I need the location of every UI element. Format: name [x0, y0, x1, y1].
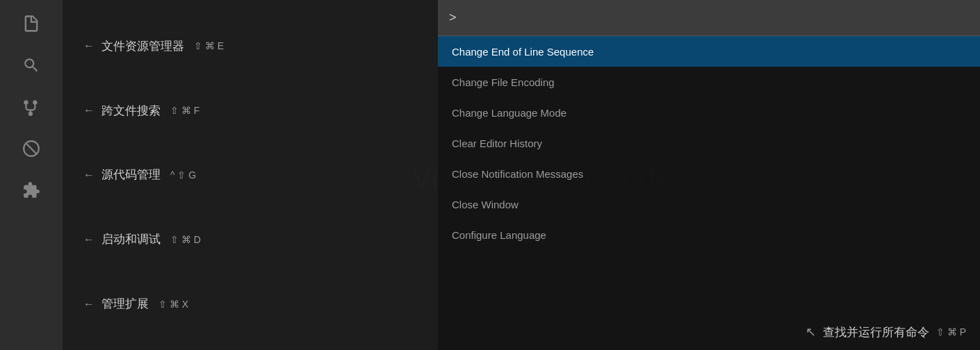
- debug-nav-shortcut: ⇧ ⌘ D: [170, 234, 201, 245]
- nav-panel: ← 文件资源管理器 ⇧ ⌘ E ← 跨文件搜索 ⇧ ⌘ F ← 源代码管理 ^ …: [63, 0, 438, 350]
- command-item-4[interactable]: Close Notification Messages: [438, 158, 980, 189]
- search-nav-shortcut: ⇧ ⌘ F: [170, 105, 199, 116]
- source-control-icon[interactable]: [13, 89, 49, 125]
- bottom-arrow-icon: ↖: [806, 324, 816, 340]
- explorer-nav-item[interactable]: ← 文件资源管理器 ⇧ ⌘ E: [83, 33, 417, 60]
- extensions-icon[interactable]: [13, 172, 49, 208]
- git-nav-label: 源代码管理: [101, 167, 161, 183]
- svg-line-1: [26, 143, 36, 153]
- search-nav-item[interactable]: ← 跨文件搜索 ⇧ ⌘ F: [83, 97, 417, 124]
- search-nav-label: 跨文件搜索: [101, 103, 161, 119]
- command-label-3: Clear Editor History: [452, 138, 542, 149]
- ext-nav-arrow: ←: [83, 298, 95, 310]
- command-item-6[interactable]: Configure Language: [438, 219, 980, 250]
- search-nav-arrow: ←: [83, 104, 95, 117]
- explorer-nav-label: 文件资源管理器: [101, 38, 184, 54]
- explorer-nav-shortcut: ⇧ ⌘ E: [194, 40, 224, 51]
- command-label-0: Change End of Line Sequence: [452, 46, 594, 58]
- bottom-shortcut: ⇧ ⌘ P: [936, 326, 966, 338]
- debug-nav-label: 启动和调试: [101, 231, 161, 247]
- activity-bar: [0, 0, 63, 350]
- debug-nav-item[interactable]: ← 启动和调试 ⇧ ⌘ D: [83, 226, 417, 253]
- command-search-input[interactable]: [449, 10, 969, 25]
- ext-nav-label: 管理扩展: [101, 296, 149, 312]
- command-item-0[interactable]: Change End of Line Sequence: [438, 36, 980, 67]
- command-item-3[interactable]: Clear Editor History: [438, 128, 980, 158]
- command-label-2: Change Language Mode: [452, 107, 566, 119]
- command-palette: Change End of Line Sequence Change File …: [438, 0, 980, 350]
- command-label-1: Change File Encoding: [452, 76, 555, 88]
- main-content: Visual Studio Code 编辑演化 ← 文件资源管理器 ⇧ ⌘ E …: [63, 0, 980, 350]
- bottom-bar: ↖ 查找并运行所有命令 ⇧ ⌘ P: [438, 314, 980, 350]
- explorer-nav-arrow: ←: [83, 40, 95, 52]
- explorer-icon[interactable]: [13, 6, 49, 42]
- git-nav-shortcut: ^ ⇧ G: [170, 169, 196, 181]
- command-label-4: Close Notification Messages: [452, 168, 583, 180]
- ext-nav-shortcut: ⇧ ⌘ X: [158, 299, 188, 310]
- bottom-label: 查找并运行所有命令: [823, 324, 929, 340]
- command-item-1[interactable]: Change File Encoding: [438, 67, 980, 97]
- command-item-2[interactable]: Change Language Mode: [438, 97, 980, 128]
- command-label-5: Close Window: [452, 199, 518, 210]
- command-label-6: Configure Language: [452, 229, 546, 241]
- debug-icon[interactable]: [13, 131, 49, 167]
- search-bar: [438, 0, 980, 36]
- debug-nav-arrow: ←: [83, 233, 95, 246]
- git-nav-arrow: ←: [83, 169, 95, 181]
- command-item-5[interactable]: Close Window: [438, 189, 980, 219]
- search-icon[interactable]: [13, 47, 49, 83]
- command-list: Change End of Line Sequence Change File …: [438, 36, 980, 250]
- git-nav-item[interactable]: ← 源代码管理 ^ ⇧ G: [83, 161, 417, 188]
- ext-nav-item[interactable]: ← 管理扩展 ⇧ ⌘ X: [83, 290, 417, 317]
